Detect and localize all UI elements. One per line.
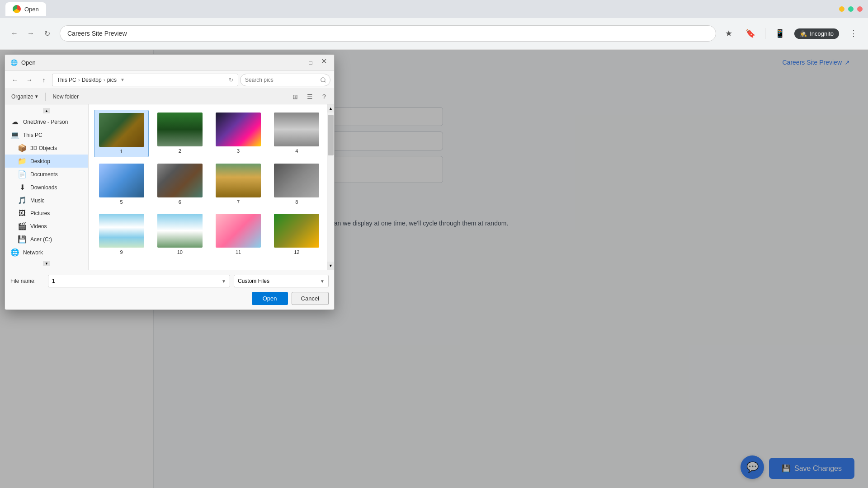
dialog-chrome-icon: 🌐 (10, 59, 18, 66)
nav-item-downloads[interactable]: ⬇ Downloads (5, 181, 88, 194)
file-item-8[interactable]: 8 (269, 161, 324, 207)
view-help-button[interactable]: ? (318, 90, 330, 103)
file-thumb-10 (157, 214, 203, 248)
dialog-path-bar[interactable]: This PC › Desktop › pics ▼ ↻ (52, 74, 238, 86)
filename-input[interactable]: 1 ▼ (48, 275, 230, 287)
file-thumb-12 (274, 214, 319, 248)
nav-item-music[interactable]: 🎵 Music (5, 194, 88, 207)
new-folder-button[interactable]: New folder (49, 92, 82, 102)
bookmark-icon[interactable]: ★ (722, 26, 736, 41)
file-item-5[interactable]: 5 (94, 161, 149, 207)
forward-button[interactable]: → (24, 26, 38, 41)
dialog-maximize-button[interactable]: □ (304, 56, 317, 69)
window-close-button[interactable] (857, 6, 863, 12)
dialog-back-button[interactable]: ← (9, 74, 21, 86)
path-refresh-icon[interactable]: ↻ (229, 77, 233, 83)
nav-item-network[interactable]: 🌐 Network (5, 246, 88, 259)
downloads-icon: ⬇ (18, 183, 27, 192)
dialog-footer: File name: 1 ▼ Custom Files ▼ Open Cance… (5, 270, 334, 310)
file-name-1: 1 (120, 149, 123, 154)
browser-chrome: Open ← → ↻ Careers Site Preview ★ 🔖 📱 (0, 0, 868, 50)
responsive-view-icon[interactable]: 📱 (773, 26, 787, 41)
dialog-addr-row: Organize ▼ New folder ⊞ ☰ ? (5, 89, 334, 104)
menu-icon[interactable]: ⋮ (846, 26, 861, 41)
back-button[interactable]: ← (7, 26, 22, 41)
new-folder-label: New folder (53, 94, 79, 100)
music-icon: 🎵 (18, 196, 27, 205)
videos-icon: 🎬 (18, 222, 27, 230)
file-item-11[interactable]: 11 (211, 211, 266, 258)
filename-label: File name: (10, 278, 44, 284)
file-item-4[interactable]: 4 (269, 110, 324, 157)
this-pc-icon: 💻 (10, 131, 19, 139)
window-controls (839, 6, 863, 12)
file-item-9[interactable]: 9 (94, 211, 149, 258)
chrome-logo-icon (13, 5, 21, 13)
scroll-up-button[interactable]: ▲ (327, 104, 334, 113)
file-item-6[interactable]: 6 (152, 161, 207, 207)
browser-toolbar: ← → ↻ Careers Site Preview ★ 🔖 📱 🕵 Incog… (0, 18, 868, 49)
refresh-button[interactable]: ↻ (40, 26, 54, 41)
acer-c-label: Acer (C:) (30, 236, 52, 243)
dialog-close-button[interactable]: ✕ (319, 56, 329, 66)
nav-item-desktop[interactable]: 📁 Desktop (5, 155, 88, 168)
nav-item-videos[interactable]: 🎬 Videos (5, 220, 88, 233)
dialog-title-left: 🌐 Open (10, 59, 36, 66)
file-item-3[interactable]: 3 (211, 110, 266, 157)
file-item-1[interactable]: 1 (94, 110, 149, 157)
nav-item-documents[interactable]: 📄 Documents (5, 168, 88, 181)
organize-button[interactable]: Organize ▼ (9, 92, 42, 102)
cancel-button[interactable]: Cancel (292, 292, 329, 305)
reading-list-icon[interactable]: 🔖 (743, 26, 758, 41)
toolbar-right: ★ 🔖 📱 🕵 Incognito ⋮ (722, 26, 861, 41)
path-dropdown-arrow: ▼ (120, 77, 125, 82)
dialog-forward-button[interactable]: → (23, 74, 36, 86)
scroll-thumb[interactable] (328, 115, 334, 155)
sidebar-scroll-up: ▲ (5, 108, 88, 113)
3d-objects-label: 3D Objects (30, 145, 57, 151)
file-item-2[interactable]: 2 (152, 110, 207, 157)
incognito-badge: 🕵 Incognito (794, 28, 839, 39)
scroll-down-button[interactable]: ▼ (327, 262, 334, 270)
view-details-button[interactable]: ☰ (303, 90, 316, 103)
file-item-12[interactable]: 12 (269, 211, 324, 258)
file-thumb-8 (274, 164, 319, 197)
file-name-8: 8 (295, 199, 298, 205)
path-folder1: Desktop (82, 77, 102, 83)
file-thumb-2 (157, 113, 203, 146)
dialog-titlebar: 🌐 Open — □ ✕ (5, 55, 334, 71)
file-name-7: 7 (237, 199, 240, 205)
nav-item-pictures[interactable]: 🖼 Pictures (5, 207, 88, 220)
file-name-3: 3 (237, 148, 240, 154)
nav-item-onedrive[interactable]: ☁ OneDrive - Person (5, 115, 88, 128)
address-bar[interactable]: Careers Site Preview (60, 25, 716, 42)
filetype-dropdown-arrow: ▼ (320, 279, 325, 284)
downloads-label: Downloads (30, 184, 57, 191)
file-thumb-4 (274, 113, 319, 146)
file-name-9: 9 (120, 249, 123, 255)
file-item-7[interactable]: 7 (211, 161, 266, 207)
search-input[interactable] (240, 74, 330, 86)
nav-item-3d-objects[interactable]: 📦 3D Objects (5, 141, 88, 155)
dialog-minimize-button[interactable]: — (290, 56, 302, 69)
filetype-selector[interactable]: Custom Files ▼ (234, 275, 329, 287)
desktop-label: Desktop (30, 158, 50, 164)
view-tiles-button[interactable]: ⊞ (289, 90, 302, 103)
maximize-button[interactable] (848, 6, 854, 12)
file-item-10[interactable]: 10 (152, 211, 207, 258)
sidebar-scroll-down: ▼ (5, 261, 88, 266)
file-name-10: 10 (177, 249, 183, 255)
browser-tab[interactable]: Open (5, 2, 46, 16)
path-sep-1: › (78, 77, 80, 83)
nav-item-this-pc[interactable]: 💻 This PC (5, 128, 88, 141)
file-scrollbar: ▲ ▼ (327, 104, 334, 270)
minimize-button[interactable] (839, 6, 844, 12)
open-button[interactable]: Open (252, 292, 288, 305)
file-thumb-1 (99, 113, 144, 147)
footer-row1: File name: 1 ▼ Custom Files ▼ (10, 275, 329, 287)
nav-item-acer-c[interactable]: 💾 Acer (C:) (5, 233, 88, 246)
network-label: Network (23, 249, 43, 256)
dialog-nav-sidebar: ▲ ☁ OneDrive - Person 💻 This PC 📦 3 (5, 104, 89, 270)
file-thumb-3 (216, 113, 261, 146)
dialog-up-button[interactable]: ↑ (38, 74, 50, 86)
